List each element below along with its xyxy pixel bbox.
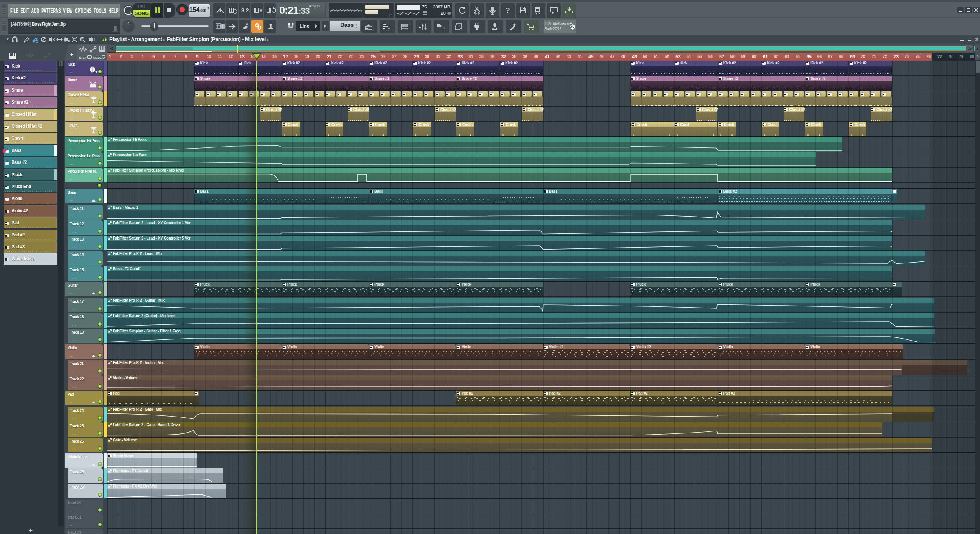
svg-text:3.2.: 3.2. xyxy=(241,7,250,13)
svg-text:?: ? xyxy=(506,6,510,14)
